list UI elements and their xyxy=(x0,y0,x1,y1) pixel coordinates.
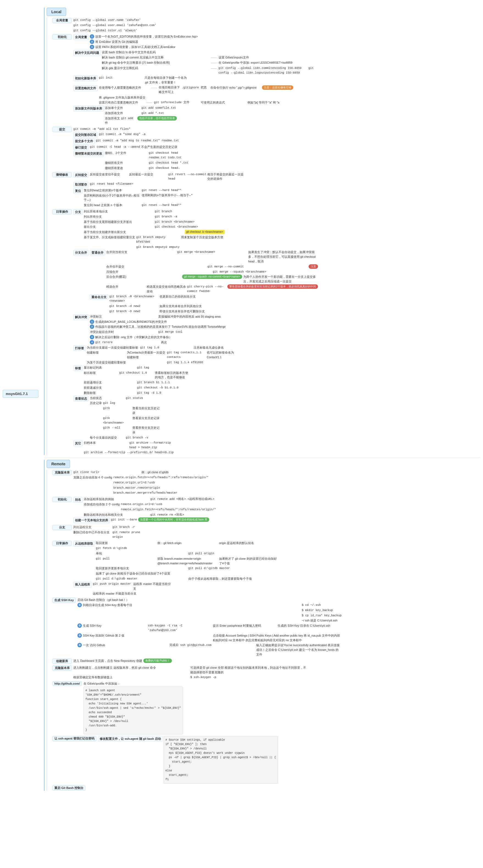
undo-reset-item-1: 复位到head之前的第n个版本 git reset --hard head** xyxy=(84,188,199,193)
ssh-agent-config-content: # Source SSH settings, if applicable if … xyxy=(164,736,278,784)
branch-checkout-cmd: git checkout <branchname> xyxy=(155,224,224,229)
branch-lightweight-cmd-2: git branch emputy2 emputy xyxy=(136,245,224,250)
status-log-note-2: 查看当前分支历史记录 xyxy=(132,406,161,415)
conflict-merge-cmd: git merge tool xyxy=(158,330,225,334)
merge-normal-text-2: 合并但不提交 xyxy=(106,265,206,269)
branch-delete-row-2: git branch -D new2 即使分支尚未有合并也可删除分支 xyxy=(109,309,209,314)
branch-rename-note-1: 也更新自己的你的别名分支 xyxy=(159,294,209,299)
remote-bare-label: 创建一个无本地分支的库 xyxy=(73,518,110,523)
clone-config-1: remote.origin.fetch=+refs/heads/*:refs/r… xyxy=(113,475,209,480)
status-log-cmd-2: gitk xyxy=(103,406,131,411)
init-repo-content: git init 只是在每组目录下创建一个名为 .git 文件夹，非常重要！ xyxy=(99,75,189,85)
encoding-text-3b: 在 Git\etc\profile 中添加: export LESSCHARSE… xyxy=(218,60,326,65)
ssh-item-2-3: $ cp id_rsa* key_backup xyxy=(302,613,341,618)
commit-sublabel-1: 提交到暂存区域 xyxy=(73,132,98,138)
daily-label: 日常操作 xyxy=(53,209,72,214)
other-cmd-2: git archive --format=zip --prefix=nb1.0/… xyxy=(84,450,174,455)
clone-config-val-2: remote.origin.url=d:\usb xyxy=(113,480,209,485)
remote-alias-content: 添加远程库别名的例如 git remote add <例名> <远程库地址或UR… xyxy=(84,497,216,517)
tag-checkout-cmd: git checkout 1.0 xyxy=(119,371,153,375)
tag-item-1: 为当前分支最近一次提交创建轻量标签 git tag 1.0 注意标签名无虚位参名 xyxy=(87,345,246,350)
daily-content: 分支 列出所有本地分支 git branch 列出所有分支 git branch… xyxy=(73,209,318,455)
merge-squash-text: 压缩合并 xyxy=(106,270,211,274)
remote-branch-item-2: 删除已经在中已不存在分支 git remote prune origin xyxy=(73,530,150,539)
undo-revert-label: 反转提交 xyxy=(73,172,89,178)
clone-label: 克隆版本库 xyxy=(53,470,72,475)
status-current-cmd: git status xyxy=(126,396,161,401)
commit-item-3: 提交多个文件 git commit -m "add msg to readme.… xyxy=(73,138,191,144)
commit-sublabel-2: 提交多个文件 xyxy=(73,138,95,144)
ssh-item-5: ④ 一次 访问 Github 完成后 ssh git@github.com 输入… xyxy=(78,643,341,657)
tag-list-text: 显示标记列表 xyxy=(84,365,136,370)
ssh-cmd-5: 完成后 ssh git@github.com xyxy=(170,643,255,648)
remote-bare-row: 创建一个无本地分支的库 git init --bare 当需要一个公用的中央库时… xyxy=(73,518,216,523)
commit-sub5-cmd-3: git checkout head. xyxy=(149,166,191,170)
status-log-cmd-3: gitk <branchname> xyxy=(103,416,131,425)
init-global-label: 全局变量 xyxy=(73,34,89,40)
branch-list-row: 列出所有本地分支 git branch xyxy=(84,209,224,214)
remote-daily-section: 日常操作 从远程库获取 取回更新 例：git fetch origin orig… xyxy=(53,541,480,596)
remote-branch-cmd-2: git remote prune origin xyxy=(112,530,150,539)
status-log-cmd-4: gitk --all xyxy=(103,426,131,430)
push-item-1: git push origin master 远程库 master 不能是当前分… xyxy=(93,582,173,591)
fetch-label: 从远程库获取 xyxy=(73,541,95,547)
undo-reset-cmd-1: git reset --hard head** xyxy=(142,188,199,193)
encoding-text-2b: 设置 Git\etc\inputrc文件 xyxy=(218,55,326,60)
pull-cmd-5: git pull d:\gitdb master xyxy=(96,577,187,581)
merge-normal-cmd-2: git merge --no-commit xyxy=(207,265,307,269)
tag-desc-2: 为Contacts分类最新一次提交创建标签 xyxy=(127,350,166,360)
ignore-cmd-3: git info/exclude 文件 xyxy=(154,100,199,105)
other-item-2: git archive --format=zip --prefix=nb1.0/… xyxy=(84,450,174,455)
remote-label: Remote xyxy=(47,460,70,468)
status-content: 当前状态 git status 历史记录 git log xyxy=(90,396,161,440)
tag-cmd-2: git tag contacts_1.1 contacts xyxy=(167,350,206,360)
merge-cherry-desc: 精选某次提交改动而忽略其余改动 xyxy=(147,284,186,294)
merge-bg-text: 后台合并(樱花) xyxy=(106,275,181,279)
ssh-section: 生成 SSH Key 启动 Git Bash 控制台（git bash bat！… xyxy=(53,598,480,657)
branch-delete-cmd-1: git branch -d new2 xyxy=(109,304,158,309)
encoding-text-3: 解决 git log 命令中文注释显示 [只 bash 控制台有用] xyxy=(102,60,209,65)
add-files-text-2: 添加所有文件 xyxy=(105,111,140,116)
init-global-row: 全局变量 1 设置一个名为GIT_EDITOR的系统环境变量，设置它的值为 Em… xyxy=(73,34,326,49)
ssh-agent-section: 让 ssh-agent 替我们记住密码 修改配置文件，让 ssh-agent 随… xyxy=(53,736,480,784)
undo-reset-text-3: 复位到 head 之前第 n 个版本 xyxy=(84,203,141,208)
ssh-text-2: 到根目录目生成 SSH Key 查看每个目 xyxy=(83,603,301,608)
branch-rename-label: 重命名分支 xyxy=(90,294,108,300)
commit-sub5-3: 撤销所有更改 git checkout head. xyxy=(105,166,191,170)
new-repo-label: 创建新库 xyxy=(53,658,72,664)
global-var-item-3: git config --global color.ui 'always' xyxy=(73,28,156,33)
init-label: 初始化 xyxy=(53,34,72,39)
badge-2: 2 xyxy=(90,39,94,44)
remote-bare-note: 当需要一个公用的中央库时，非常适合初始化成 bare 库 xyxy=(138,518,210,522)
daily-section: 日常操作 分支 列出所有本地分支 git branch xyxy=(53,209,480,455)
tag-note-2: 也可以把标签命名为 Contact/1.1 xyxy=(207,350,246,360)
ignore-note-warn: 注意：后面右侧有空格 xyxy=(262,85,293,90)
remote-clone-text-2: 根据里确定定库有数据键盘上 xyxy=(73,675,189,680)
conflict-merge-text: 冲突比较后合并时 xyxy=(90,330,157,334)
remote-init-section: 初始化 别名 添加远程库别名的例如 git remote add <例名> <远… xyxy=(53,497,480,523)
fetch-item-1: 取回更新 例：git fetch origin origin 是远程库的默认别名 xyxy=(96,541,279,546)
ssh-cmd-2-1: $ cd ~/.ssh xyxy=(302,603,341,608)
global-var-row-2: git config --global user.email 'zahufan@… xyxy=(73,23,156,28)
github-section: http://github.com/ 在 Git\etc\profile 中添加… xyxy=(53,681,480,734)
remote-alias-label: 别名 xyxy=(73,497,83,503)
add-files-cmd-2: git add *.txt xyxy=(142,111,177,116)
remote-clone-item-2: 根据里确定定库有数据键盘上 $ ssh-keygen -p xyxy=(73,675,306,680)
encoding-item-1: 设置 bash 控制台 ls 命令中文文件名乱码 xyxy=(102,50,326,55)
init-repo-row: 初始化新版本库 git init 只是在每组目录下创建一个名为 .git 文件夹… xyxy=(73,75,326,85)
github-code: # launch ssh agent 'SSH_ENV'="$HOME/.ssh… xyxy=(84,687,183,734)
branch-list-all-text: 列出所有分支 xyxy=(84,214,153,219)
merge-squash-row: 压缩合并 git merge --squash <branchname> xyxy=(106,270,318,274)
undo-reset-cmd-2: 使用刚刚的n个版本库中小--相当于—" xyxy=(142,193,199,198)
conflict-content: 冲突标注 直接编辑冲突中的内容然后 add 到 staging area 1 生… xyxy=(90,314,226,345)
fetch-item-2: git fetch d:\gitdb xyxy=(96,546,279,551)
encoding-item-3: 解决 git log 命令中文注释显示 [只 bash 控制台有用] —— 在 … xyxy=(102,60,326,65)
conflict-item-4: 3 解决之后运行删除 .orig 文件（冲突解决之前的文件备份） xyxy=(90,335,226,340)
branch-label: 分支 xyxy=(73,209,83,215)
remote-branch-text-2: 删除已经在中已不存在分支 xyxy=(73,530,111,535)
branch-delete-note-1: 如果分支尚未有合并到其他分支 xyxy=(159,304,209,309)
encoding-item-2: 解决 bash 控制台 git commit 无法输入中文注释 —— 设置 Gi… xyxy=(102,55,326,60)
branch-create-text: 基于当前分支尾部创建新分支并签出 xyxy=(84,220,153,224)
branch-delete-cmd-2: git branch -D new2 xyxy=(109,309,158,314)
merge-normal-content: 合并到当前分支 git merge <branchname> 如果发生了冲突：默… xyxy=(106,250,318,293)
